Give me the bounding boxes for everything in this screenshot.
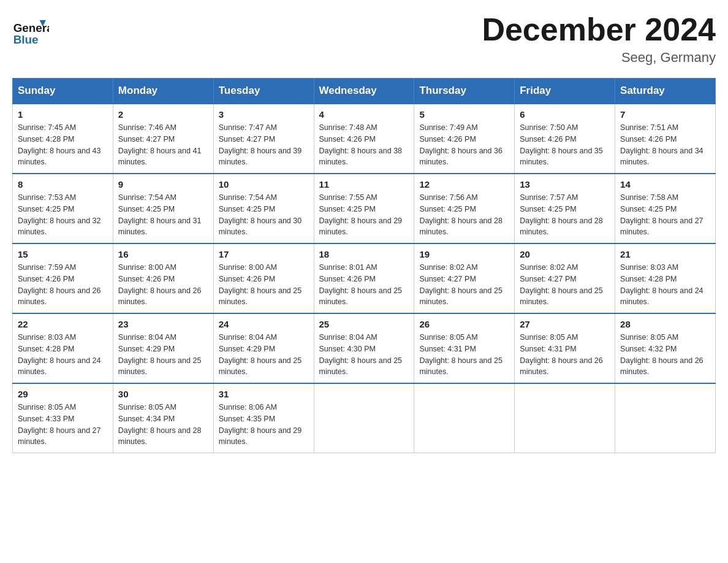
day-info: Sunrise: 7:50 AM Sunset: 4:26 PM Dayligh…	[520, 122, 610, 168]
day-info: Sunrise: 7:49 AM Sunset: 4:26 PM Dayligh…	[419, 122, 509, 168]
day-info: Sunrise: 8:02 AM Sunset: 4:27 PM Dayligh…	[520, 262, 610, 308]
day-number: 1	[18, 109, 108, 120]
table-row: 26 Sunrise: 8:05 AM Sunset: 4:31 PM Dayl…	[414, 313, 515, 383]
day-number: 29	[18, 389, 108, 399]
day-info: Sunrise: 8:04 AM Sunset: 4:29 PM Dayligh…	[219, 332, 309, 378]
day-number: 17	[219, 249, 309, 259]
table-row: 19 Sunrise: 8:02 AM Sunset: 4:27 PM Dayl…	[414, 243, 515, 313]
table-row: 2 Sunrise: 7:46 AM Sunset: 4:27 PM Dayli…	[113, 104, 213, 174]
day-info: Sunrise: 7:45 AM Sunset: 4:28 PM Dayligh…	[18, 122, 108, 168]
day-number: 13	[520, 179, 610, 190]
title-area: December 2024 Seeg, Germany	[482, 12, 716, 66]
day-info: Sunrise: 8:06 AM Sunset: 4:35 PM Dayligh…	[219, 402, 309, 448]
table-row: 11 Sunrise: 7:55 AM Sunset: 4:25 PM Dayl…	[314, 174, 414, 243]
day-number: 25	[319, 319, 409, 329]
day-info: Sunrise: 7:53 AM Sunset: 4:25 PM Dayligh…	[18, 192, 108, 238]
day-number: 21	[620, 249, 710, 259]
table-row: 29 Sunrise: 8:05 AM Sunset: 4:33 PM Dayl…	[13, 383, 113, 453]
day-number: 20	[520, 249, 610, 259]
table-row: 15 Sunrise: 7:59 AM Sunset: 4:26 PM Dayl…	[13, 243, 113, 313]
table-row: 7 Sunrise: 7:51 AM Sunset: 4:26 PM Dayli…	[615, 104, 716, 174]
day-number: 18	[319, 249, 409, 259]
col-sunday: Sunday	[13, 79, 113, 104]
day-info: Sunrise: 7:54 AM Sunset: 4:25 PM Dayligh…	[219, 192, 309, 238]
day-number: 5	[419, 109, 509, 120]
day-number: 12	[419, 179, 509, 190]
logo: General Blue	[12, 12, 49, 49]
day-number: 2	[118, 109, 208, 120]
table-row: 5 Sunrise: 7:49 AM Sunset: 4:26 PM Dayli…	[414, 104, 515, 174]
day-info: Sunrise: 7:54 AM Sunset: 4:25 PM Dayligh…	[118, 192, 208, 238]
table-row: 23 Sunrise: 8:04 AM Sunset: 4:29 PM Dayl…	[113, 313, 213, 383]
table-row	[515, 383, 615, 453]
day-info: Sunrise: 7:51 AM Sunset: 4:26 PM Dayligh…	[620, 122, 710, 168]
day-info: Sunrise: 7:56 AM Sunset: 4:25 PM Dayligh…	[419, 192, 509, 238]
day-info: Sunrise: 8:05 AM Sunset: 4:32 PM Dayligh…	[620, 332, 710, 378]
day-number: 30	[118, 389, 208, 399]
day-info: Sunrise: 8:03 AM Sunset: 4:28 PM Dayligh…	[620, 262, 710, 308]
day-info: Sunrise: 8:04 AM Sunset: 4:29 PM Dayligh…	[118, 332, 208, 378]
day-info: Sunrise: 8:00 AM Sunset: 4:26 PM Dayligh…	[118, 262, 208, 308]
day-number: 22	[18, 319, 108, 329]
table-row: 31 Sunrise: 8:06 AM Sunset: 4:35 PM Dayl…	[213, 383, 314, 453]
day-number: 19	[419, 249, 509, 259]
day-info: Sunrise: 7:59 AM Sunset: 4:26 PM Dayligh…	[18, 262, 108, 308]
calendar-header-row: Sunday Monday Tuesday Wednesday Thursday…	[13, 79, 716, 104]
week-row-5: 29 Sunrise: 8:05 AM Sunset: 4:33 PM Dayl…	[13, 383, 716, 453]
table-row: 14 Sunrise: 7:58 AM Sunset: 4:25 PM Dayl…	[615, 174, 716, 243]
day-info: Sunrise: 7:58 AM Sunset: 4:25 PM Dayligh…	[620, 192, 710, 238]
table-row: 12 Sunrise: 7:56 AM Sunset: 4:25 PM Dayl…	[414, 174, 515, 243]
day-info: Sunrise: 8:01 AM Sunset: 4:26 PM Dayligh…	[319, 262, 409, 308]
day-number: 31	[219, 389, 309, 399]
table-row: 27 Sunrise: 8:05 AM Sunset: 4:31 PM Dayl…	[515, 313, 615, 383]
day-info: Sunrise: 7:48 AM Sunset: 4:26 PM Dayligh…	[319, 122, 409, 168]
table-row: 9 Sunrise: 7:54 AM Sunset: 4:25 PM Dayli…	[113, 174, 213, 243]
table-row	[615, 383, 716, 453]
table-row: 4 Sunrise: 7:48 AM Sunset: 4:26 PM Dayli…	[314, 104, 414, 174]
logo-icon: General Blue	[12, 12, 49, 49]
day-info: Sunrise: 7:47 AM Sunset: 4:27 PM Dayligh…	[219, 122, 309, 168]
day-info: Sunrise: 8:04 AM Sunset: 4:30 PM Dayligh…	[319, 332, 409, 378]
calendar-table: Sunday Monday Tuesday Wednesday Thursday…	[12, 78, 716, 453]
header: General Blue December 2024 Seeg, Germany	[12, 12, 716, 66]
week-row-1: 1 Sunrise: 7:45 AM Sunset: 4:28 PM Dayli…	[13, 104, 716, 174]
table-row: 6 Sunrise: 7:50 AM Sunset: 4:26 PM Dayli…	[515, 104, 615, 174]
table-row: 18 Sunrise: 8:01 AM Sunset: 4:26 PM Dayl…	[314, 243, 414, 313]
day-info: Sunrise: 8:05 AM Sunset: 4:31 PM Dayligh…	[520, 332, 610, 378]
day-number: 15	[18, 249, 108, 259]
table-row: 8 Sunrise: 7:53 AM Sunset: 4:25 PM Dayli…	[13, 174, 113, 243]
table-row: 17 Sunrise: 8:00 AM Sunset: 4:26 PM Dayl…	[213, 243, 314, 313]
location: Seeg, Germany	[482, 50, 716, 66]
table-row: 1 Sunrise: 7:45 AM Sunset: 4:28 PM Dayli…	[13, 104, 113, 174]
table-row: 20 Sunrise: 8:02 AM Sunset: 4:27 PM Dayl…	[515, 243, 615, 313]
day-number: 7	[620, 109, 710, 120]
day-info: Sunrise: 8:03 AM Sunset: 4:28 PM Dayligh…	[18, 332, 108, 378]
day-info: Sunrise: 7:46 AM Sunset: 4:27 PM Dayligh…	[118, 122, 208, 168]
col-wednesday: Wednesday	[314, 79, 414, 104]
day-number: 28	[620, 319, 710, 329]
day-number: 10	[219, 179, 309, 190]
table-row: 25 Sunrise: 8:04 AM Sunset: 4:30 PM Dayl…	[314, 313, 414, 383]
day-info: Sunrise: 8:05 AM Sunset: 4:34 PM Dayligh…	[118, 402, 208, 448]
day-info: Sunrise: 8:05 AM Sunset: 4:33 PM Dayligh…	[18, 402, 108, 448]
col-saturday: Saturday	[615, 79, 716, 104]
day-info: Sunrise: 8:02 AM Sunset: 4:27 PM Dayligh…	[419, 262, 509, 308]
day-number: 16	[118, 249, 208, 259]
table-row	[414, 383, 515, 453]
day-info: Sunrise: 8:00 AM Sunset: 4:26 PM Dayligh…	[219, 262, 309, 308]
col-friday: Friday	[515, 79, 615, 104]
day-number: 8	[18, 179, 108, 190]
day-number: 14	[620, 179, 710, 190]
table-row: 21 Sunrise: 8:03 AM Sunset: 4:28 PM Dayl…	[615, 243, 716, 313]
col-monday: Monday	[113, 79, 213, 104]
day-number: 26	[419, 319, 509, 329]
table-row: 22 Sunrise: 8:03 AM Sunset: 4:28 PM Dayl…	[13, 313, 113, 383]
day-info: Sunrise: 7:57 AM Sunset: 4:25 PM Dayligh…	[520, 192, 610, 238]
day-number: 4	[319, 109, 409, 120]
table-row: 28 Sunrise: 8:05 AM Sunset: 4:32 PM Dayl…	[615, 313, 716, 383]
day-number: 9	[118, 179, 208, 190]
month-title: December 2024	[482, 12, 716, 47]
day-number: 23	[118, 319, 208, 329]
table-row: 10 Sunrise: 7:54 AM Sunset: 4:25 PM Dayl…	[213, 174, 314, 243]
table-row: 16 Sunrise: 8:00 AM Sunset: 4:26 PM Dayl…	[113, 243, 213, 313]
